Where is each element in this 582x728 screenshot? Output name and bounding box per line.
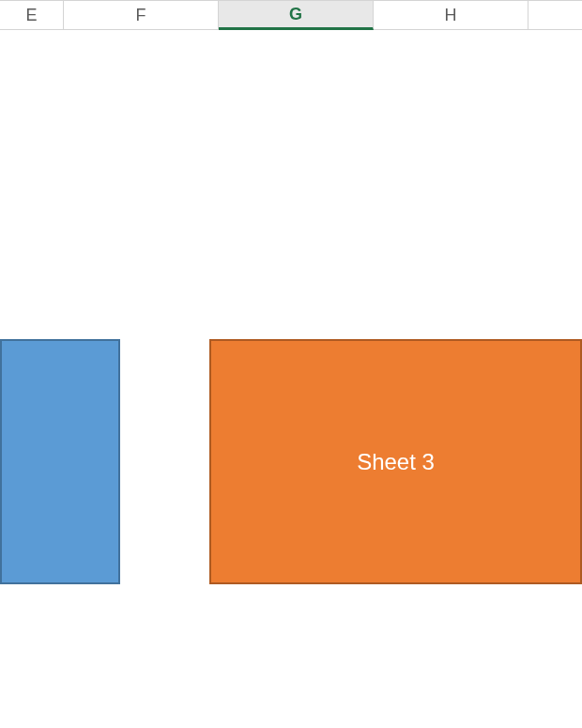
column-header-i[interactable] [528,0,582,29]
shape-rectangle-orange[interactable]: Sheet 3 [209,339,582,584]
column-header-h[interactable]: H [374,0,528,29]
spreadsheet-grid[interactable]: Sheet 3 [0,30,582,728]
column-header-e[interactable]: E [0,0,64,29]
column-header-g[interactable]: G [219,0,374,30]
column-header-f[interactable]: F [64,0,219,29]
shape-rectangle-blue[interactable] [0,339,120,584]
column-header-row: E F G H [0,0,582,30]
shape-orange-label: Sheet 3 [357,449,435,475]
